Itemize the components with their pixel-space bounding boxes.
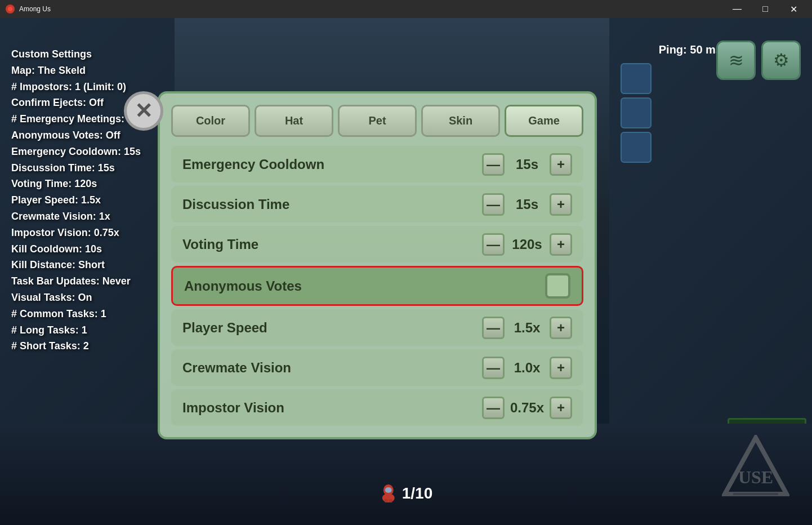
crewmate-vision-minus[interactable]: — [482,357,505,379]
info-line-6: Anonymous Votes: Off [11,127,141,144]
player-speed-label: Player Speed [182,320,482,336]
info-line-17: # Common Tasks: 1 [11,306,141,322]
settings-modal: Color Hat Pet Skin Game Emergency Cooldo… [158,91,597,439]
setting-voting-time: Voting Time — 120s + [171,226,583,262]
window-controls: — □ ✕ [724,0,806,18]
impostor-vision-value: 0.75x [505,400,550,416]
player-speed-minus[interactable]: — [482,317,505,339]
chair-2 [621,97,652,128]
svg-rect-7 [385,499,388,502]
info-line-5: # Emergency Meetings: 1 [11,111,141,127]
info-line-7: Emergency Cooldown: 15s [11,144,141,160]
crewmate-icon [380,484,398,502]
emergency-cooldown-value: 15s [505,157,550,172]
tab-pet[interactable]: Pet [338,105,417,137]
voting-time-minus[interactable]: — [482,233,505,256]
info-line-19: # Short Tasks: 2 [11,338,141,354]
info-line-4: Confirm Ejects: Off [11,95,141,111]
tab-color[interactable]: Color [171,105,250,137]
info-line-8: Discussion Time: 15s [11,160,141,176]
game-info-panel: Custom Settings Map: The Skeld # Imposto… [11,46,141,354]
impostor-vision-label: Impostor Vision [182,400,482,416]
svg-rect-8 [389,499,392,502]
info-line-14: Kill Distance: Short [11,257,141,273]
chair-1 [621,63,652,94]
chat-icon: ≋ [729,50,744,71]
player-count-text: 1/10 [402,484,433,502]
info-line-10: Player Speed: 1.5x [11,192,141,208]
svg-point-6 [382,493,395,502]
setting-emergency-cooldown: Emergency Cooldown — 15s + [171,146,583,183]
discussion-time-label: Discussion Time [182,197,482,212]
modal-close-button[interactable]: ✕ [124,91,163,131]
info-line-11: Crewmate Vision: 1x [11,208,141,225]
info-line-2: Map: The Skeld [11,63,141,79]
tab-skin[interactable]: Skin [421,105,500,137]
info-line-13: Kill Cooldown: 10s [11,241,141,257]
setting-impostor-vision: Impostor Vision — 0.75x + [171,389,583,426]
app-title: Among Us [19,5,724,13]
top-icons-container: ≋ ⚙ [716,41,801,80]
discussion-time-minus[interactable]: — [482,193,505,216]
anonymous-votes-toggle[interactable] [545,273,570,299]
svg-text:USE: USE [738,467,773,487]
emergency-cooldown-minus[interactable]: — [482,153,505,176]
impostor-vision-plus[interactable]: + [550,397,572,419]
gear-icon: ⚙ [773,50,789,71]
chat-icon-button[interactable]: ≋ [716,41,756,80]
setting-discussion-time: Discussion Time — 15s + [171,186,583,223]
tabs-row: Color Hat Pet Skin Game [171,105,583,137]
crewmate-vision-label: Crewmate Vision [182,360,482,376]
info-line-18: # Long Tasks: 1 [11,322,141,339]
discussion-time-plus[interactable]: + [550,193,572,216]
tab-hat[interactable]: Hat [255,105,333,137]
app-icon [6,5,15,14]
setting-crewmate-vision: Crewmate Vision — 1.0x + [171,349,583,386]
tab-game[interactable]: Game [505,105,583,137]
info-line-9: Voting Time: 120s [11,176,141,192]
game-background: Wirch USE Ping: 50 ms ≋ ⚙ Custom Setting… [0,18,812,525]
close-x-icon: ✕ [135,99,153,123]
setting-anonymous-votes: Anonymous Votes [171,266,583,306]
info-line-16: Visual Tasks: On [11,290,141,306]
crewmate-vision-value: 1.0x [505,360,550,376]
window-close-button[interactable]: ✕ [780,0,806,18]
info-line-1: Custom Settings [11,46,141,63]
settings-list: Emergency Cooldown — 15s + Discussion Ti… [171,146,583,426]
voting-time-value: 120s [505,237,550,252]
settings-icon-button[interactable]: ⚙ [761,41,801,80]
discussion-time-value: 15s [505,197,550,212]
info-line-12: Impostor Vision: 0.75x [11,225,141,241]
anonymous-votes-label: Anonymous Votes [184,278,545,294]
player-count: 1/10 [380,484,433,502]
setting-player-speed: Player Speed — 1.5x + [171,309,583,346]
player-speed-plus[interactable]: + [550,317,572,339]
emergency-cooldown-plus[interactable]: + [550,153,572,176]
info-line-15: Task Bar Updates: Never [11,273,141,290]
minimize-button[interactable]: — [724,0,750,18]
info-line-3: # Impostors: 1 (Limit: 0) [11,79,141,95]
svg-point-5 [385,487,392,493]
title-bar: Among Us — □ ✕ [0,0,812,18]
voting-time-plus[interactable]: + [550,233,572,256]
impostor-vision-minus[interactable]: — [482,397,505,419]
use-logo: USE [722,435,789,502]
svg-point-0 [8,7,12,11]
ping-display: Ping: 50 ms [659,43,722,56]
player-speed-value: 1.5x [505,320,550,336]
chair-3 [621,132,652,163]
maximize-button[interactable]: □ [752,0,778,18]
crewmate-vision-plus[interactable]: + [550,357,572,379]
voting-time-label: Voting Time [182,237,482,252]
emergency-cooldown-label: Emergency Cooldown [182,157,482,172]
